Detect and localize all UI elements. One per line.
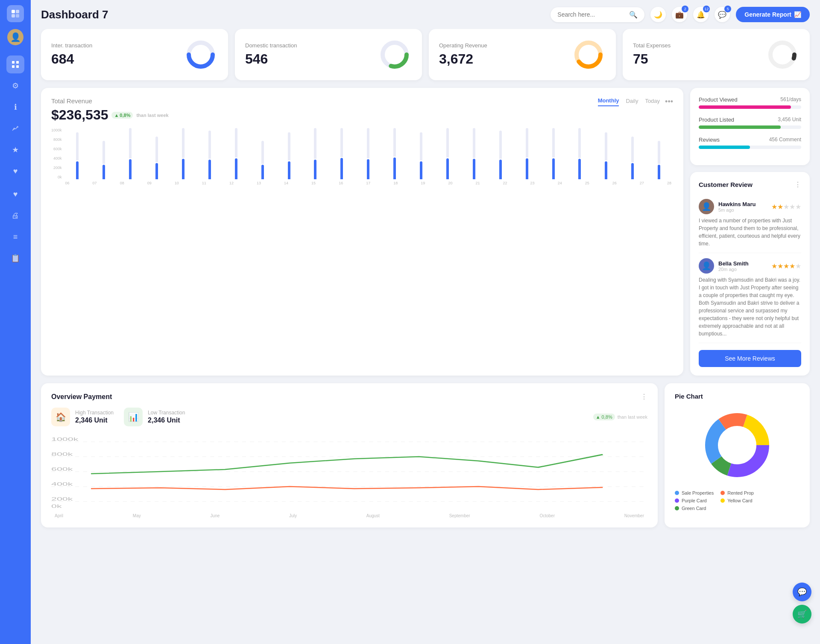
tab-daily[interactable]: Daily	[626, 98, 638, 106]
payment-title: Overview Payment	[51, 393, 112, 401]
donut-3	[765, 38, 800, 72]
revenue-amount: $236,535 ▲ 0,8% than last week	[51, 107, 169, 123]
chart-icon: 📈	[794, 11, 801, 18]
payment-trend: ▲ 0,8% than last week	[593, 408, 647, 426]
avatar[interactable]: 👤	[7, 29, 23, 45]
legend-rented-prop: Rented Prop	[720, 490, 759, 495]
svg-text:400k: 400k	[51, 482, 73, 487]
stat-value-2: 3,672	[439, 51, 487, 67]
side-stats: Product Viewed 561/days Product Listed 3…	[690, 88, 810, 165]
sidebar-logo[interactable]	[7, 5, 24, 22]
review-stars-1: ★★★★★	[771, 262, 801, 270]
see-more-reviews-button[interactable]: See More Reviews	[699, 350, 801, 367]
payment-high: 🏠 High Transaction 2,346 Unit	[51, 408, 114, 426]
wallet-badge: 2	[682, 6, 688, 12]
svg-rect-7	[16, 65, 19, 68]
svg-rect-2	[12, 14, 15, 17]
revenue-more-btn[interactable]: •••	[665, 97, 673, 106]
stat-product-listed: Product Listed 3,456 Unit	[699, 117, 801, 129]
revenue-badge: ▲ 0,8%	[111, 112, 133, 119]
stat-value-3: 75	[633, 51, 671, 67]
page-title: Dashboard 7	[41, 8, 108, 21]
bell-badge: 12	[703, 6, 710, 12]
sidebar-item-dashboard[interactable]	[6, 55, 24, 73]
review-avatar-0: 👤	[699, 199, 714, 214]
float-cart-btn[interactable]: 🛒	[793, 605, 811, 624]
review-item-1: 👤 Bella Smith 20m ago ★★★★★ Dealing with…	[699, 253, 801, 343]
pie-title: Pie Chart	[675, 393, 703, 400]
payment-card: Overview Payment ⋮ 🏠 High Transaction 2,…	[41, 383, 658, 527]
wallet-btn[interactable]: 💼 2	[672, 7, 687, 22]
payment-low: 📊 Low Transaction 2,346 Unit	[124, 408, 185, 426]
tab-monthly[interactable]: Monthly	[598, 97, 619, 106]
review-name-0: Hawkins Maru	[718, 201, 756, 207]
pie-chart-svg	[699, 407, 776, 484]
chat-badge: 5	[724, 6, 731, 12]
generate-report-button[interactable]: Generate Report 📈	[736, 7, 810, 22]
payment-line-chart: 1000k 800k 600k 400k 200k 0k AprilMayJun…	[51, 433, 647, 518]
search-input[interactable]	[557, 11, 626, 18]
legend-green-card: Green Card	[675, 506, 714, 511]
stat-product-viewed: Product Viewed 561/days	[699, 96, 801, 109]
revenue-sub: than last week	[136, 113, 168, 118]
review-avatar-1: 👤	[699, 258, 714, 274]
review-text-1: Dealing with Syamsudin and Bakri was a j…	[699, 276, 801, 338]
legend-sale-properties: Sale Properties	[675, 490, 714, 495]
svg-rect-3	[16, 14, 19, 17]
stat-card-inter-transaction: Inter. transaction 684	[41, 29, 228, 80]
sidebar-item-reports[interactable]: 📋	[6, 249, 24, 267]
legend-yellow-card: Yellow Card	[720, 498, 759, 503]
search-box[interactable]: 🔍	[551, 7, 644, 22]
sidebar-item-likes[interactable]: ♥	[6, 162, 24, 180]
sidebar-item-menu[interactable]: ≡	[6, 228, 24, 246]
payment-high-icon: 🏠	[51, 408, 70, 426]
svg-text:0k: 0k	[51, 504, 62, 509]
sidebar-item-wishlist[interactable]: ♥	[6, 185, 24, 203]
sidebar-item-print[interactable]: 🖨	[6, 207, 24, 224]
donut-2	[571, 38, 606, 72]
tab-today[interactable]: Today	[645, 98, 660, 106]
pie-legend: Sale Properties Rented Prop Purple Card …	[675, 490, 759, 511]
sidebar-item-analytics[interactable]	[6, 119, 24, 137]
stat-reviews: Reviews 456 Comment	[699, 137, 801, 149]
legend-purple-card: Purple Card	[675, 498, 714, 503]
review-text-0: I viewed a number of properties with Jus…	[699, 217, 801, 248]
payment-low-icon: 📊	[124, 408, 143, 426]
stat-card-domestic-transaction: Domestic transaction 546	[235, 29, 422, 80]
main-content: Dashboard 7 🔍 🌙 💼 2 🔔 12 💬 5 Generate Re…	[31, 0, 820, 644]
chat-btn[interactable]: 💬 5	[715, 7, 730, 22]
stat-card-total-expenses: Total Expenses 75	[623, 29, 810, 80]
sidebar-item-favorites[interactable]: ★	[6, 141, 24, 159]
dark-mode-btn[interactable]: 🌙	[650, 7, 666, 22]
line-chart-x-labels: AprilMayJuneJulyAugustSeptemberOctoberNo…	[51, 513, 647, 518]
stat-label-0: Inter. transaction	[51, 42, 92, 49]
review-name-1: Bella Smith	[718, 260, 749, 267]
donut-1	[378, 38, 412, 72]
revenue-title: Total Revenue	[51, 97, 169, 105]
svg-rect-4	[12, 61, 15, 64]
search-icon: 🔍	[629, 11, 638, 19]
payment-more-icon[interactable]: ⋮	[641, 393, 647, 401]
reviews-more-icon[interactable]: ⋮	[794, 181, 801, 189]
reviews-panel: Customer Review ⋮ 👤 Hawkins Maru 5m ago …	[690, 172, 810, 376]
bell-btn[interactable]: 🔔 12	[693, 7, 709, 22]
svg-text:800k: 800k	[51, 452, 73, 457]
svg-text:600k: 600k	[51, 467, 73, 472]
review-time-1: 20m ago	[718, 267, 749, 272]
svg-text:1000k: 1000k	[51, 437, 78, 442]
review-item-0: 👤 Hawkins Maru 5m ago ★★★★★ I viewed a n…	[699, 194, 801, 253]
sidebar: 👤 ⚙ ℹ ★ ♥ ♥ 🖨 ≡ 📋	[0, 0, 31, 644]
svg-text:200k: 200k	[51, 497, 73, 501]
sidebar-item-settings[interactable]: ⚙	[6, 77, 24, 95]
float-chat-btn[interactable]: 💬	[793, 583, 811, 601]
donut-0	[184, 38, 218, 72]
sidebar-item-info[interactable]: ℹ	[6, 98, 24, 116]
revenue-bar-chart: 1000k800k600k400k200k0k	[51, 128, 673, 185]
header: Dashboard 7 🔍 🌙 💼 2 🔔 12 💬 5 Generate Re…	[41, 0, 810, 29]
reviews-title: Customer Review	[699, 181, 753, 188]
svg-rect-5	[16, 61, 19, 64]
svg-point-14	[770, 43, 794, 67]
review-time-0: 5m ago	[718, 207, 756, 213]
stat-label-1: Domestic transaction	[245, 42, 297, 49]
stat-label-2: Operating Revenue	[439, 42, 487, 49]
